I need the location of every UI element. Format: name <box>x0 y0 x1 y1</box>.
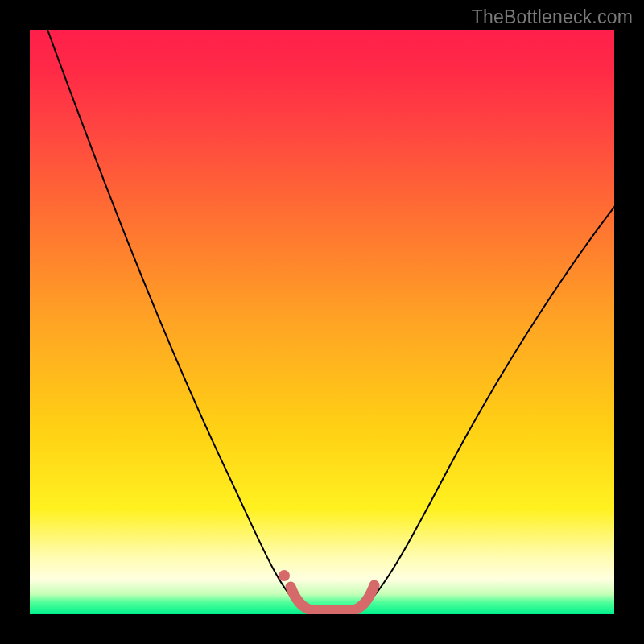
chart-frame: TheBottleneck.com <box>0 0 644 644</box>
watermark-text: TheBottleneck.com <box>472 6 633 28</box>
trough-highlight-stroke <box>291 585 374 610</box>
chart-svg <box>30 30 614 614</box>
curve-left-arm <box>47 30 302 608</box>
curve-right-arm <box>363 207 614 608</box>
trough-highlight-dot <box>279 570 290 581</box>
plot-area <box>30 30 614 614</box>
